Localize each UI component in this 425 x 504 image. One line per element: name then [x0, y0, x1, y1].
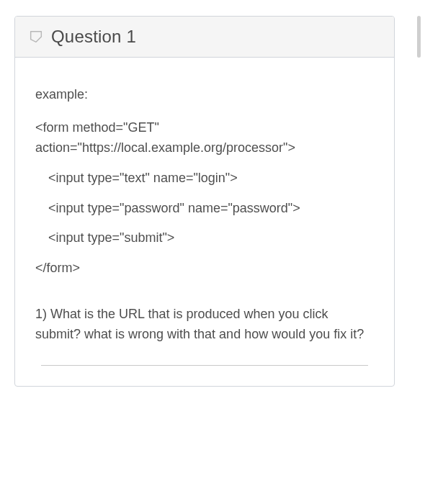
- question-body: example: <form method="GET" action="http…: [15, 58, 394, 386]
- code-line: <input type="password" name="password">: [35, 199, 374, 219]
- bookmark-icon: [28, 29, 44, 45]
- code-line: <input type="submit">: [35, 228, 374, 248]
- question-card: Question 1 example: <form method="GET" a…: [14, 16, 395, 387]
- question-header: Question 1: [15, 17, 394, 58]
- question-title: Question 1: [51, 27, 136, 47]
- code-line: <input type="text" name="login">: [35, 168, 374, 189]
- code-block: <form method="GET" action="https://local…: [35, 118, 374, 279]
- code-line: </form>: [35, 258, 374, 279]
- example-label: example:: [35, 85, 374, 105]
- answer-blank-line: [41, 365, 368, 366]
- code-line: <form method="GET" action="https://local…: [35, 118, 374, 158]
- scrollbar-thumb[interactable]: [417, 16, 421, 58]
- question-prompt: 1) What is the URL that is produced when…: [35, 305, 374, 345]
